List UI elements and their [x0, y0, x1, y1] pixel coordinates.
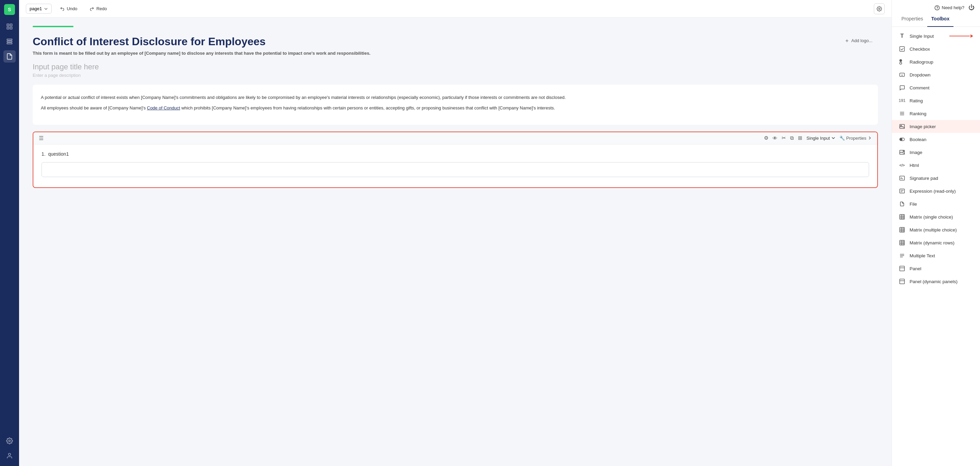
panel-icon	[899, 265, 905, 272]
redo-icon	[89, 6, 94, 11]
svg-rect-2	[7, 27, 9, 29]
sidebar-item-forms[interactable]	[3, 35, 16, 48]
toolbox-item-ranking[interactable]: Ranking	[892, 107, 980, 120]
page-select[interactable]: page1	[26, 4, 52, 14]
visibility-icon[interactable]: 👁	[772, 135, 778, 141]
properties-button[interactable]: 🔧 Properties	[840, 136, 872, 141]
signature-pad-icon	[899, 175, 905, 182]
more-icon[interactable]: ⊞	[798, 135, 802, 141]
svg-rect-5	[7, 41, 12, 42]
right-panel: Need help? ⏻ Properties Toolbox T Single…	[891, 0, 980, 466]
sidebar-item-user[interactable]	[3, 450, 16, 462]
svg-point-25	[903, 151, 904, 152]
radiogroup-icon	[899, 59, 905, 65]
toolbox-item-expression[interactable]: Expression (read-only)	[892, 185, 980, 198]
copy-icon[interactable]: ⧉	[790, 135, 794, 141]
add-logo-button[interactable]: Add logo...	[845, 38, 872, 43]
undo-button[interactable]: Undo	[56, 4, 81, 13]
toolbox-item-matrix-multiple[interactable]: Matrix (multiple choice)	[892, 223, 980, 236]
undo-icon	[60, 6, 65, 11]
help-icon	[934, 5, 940, 11]
drag-handle-icon[interactable]: ☰	[39, 135, 43, 141]
svg-rect-4	[7, 39, 12, 40]
svg-rect-6	[7, 43, 12, 44]
image-picker-icon	[899, 123, 905, 130]
toolbox-item-signature-pad[interactable]: Signature pad	[892, 172, 980, 185]
svg-point-23	[900, 138, 902, 140]
code-of-conduct-link[interactable]: Code of Conduct	[147, 105, 180, 111]
form-subtitle: This form is meant to be filled out by a…	[33, 51, 878, 56]
svg-point-15	[900, 62, 902, 64]
matrix-single-icon	[899, 214, 905, 220]
question-input-box[interactable]	[41, 162, 869, 177]
sidebar-item-documents[interactable]	[3, 50, 16, 63]
toolbox-item-image[interactable]: Image	[892, 146, 980, 159]
toolbox-item-single-input[interactable]: T Single Input	[892, 30, 980, 43]
toolbox-item-comment[interactable]: Comment	[892, 81, 980, 94]
sidebar-item-settings[interactable]	[3, 435, 16, 447]
svg-point-7	[9, 440, 11, 442]
multiple-text-icon	[899, 252, 905, 259]
svg-point-8	[8, 453, 11, 456]
toolbox-item-dropdown[interactable]: Dropdown	[892, 68, 980, 81]
toolbox-item-rating[interactable]: 191 Rating	[892, 94, 980, 107]
svg-rect-12	[900, 47, 904, 51]
plus-icon	[845, 38, 850, 43]
toolbox-item-image-picker[interactable]: Image picker	[892, 120, 980, 133]
content-area: Add logo... Conflict of Interest Disclos…	[19, 18, 891, 466]
svg-point-14	[900, 60, 901, 61]
tab-properties[interactable]: Properties	[897, 11, 927, 27]
svg-rect-26	[900, 176, 904, 180]
toolbox-item-radiogroup[interactable]: Radiogroup	[892, 55, 980, 68]
toolbox-item-panel[interactable]: Panel	[892, 262, 980, 275]
app-logo: S	[4, 4, 15, 15]
toolbox-item-html[interactable]: </> Html	[892, 159, 980, 172]
question-type-label[interactable]: Single Input	[807, 136, 835, 141]
content-paragraph-2: All employees should be aware of [Compan…	[41, 105, 870, 112]
gear-icon	[877, 6, 882, 11]
matrix-dynamic-icon	[899, 239, 905, 246]
toolbox-item-matrix-dynamic[interactable]: Matrix (dynamic rows)	[892, 236, 980, 249]
form-top-indicator	[33, 26, 73, 27]
form-header-area: Add logo... Conflict of Interest Disclos…	[33, 35, 878, 78]
svg-rect-27	[900, 189, 904, 193]
power-button[interactable]: ⏻	[969, 4, 975, 11]
svg-rect-48	[900, 279, 904, 284]
svg-rect-16	[900, 73, 904, 76]
tab-toolbox[interactable]: Toolbox	[927, 11, 953, 27]
top-bar: page1 Undo Redo	[19, 0, 891, 18]
svg-point-9	[878, 8, 880, 10]
boolean-icon	[899, 136, 905, 143]
toolbox-item-panel-dynamic[interactable]: Panel (dynamic panels)	[892, 275, 980, 288]
chevron-down-icon	[44, 7, 48, 11]
svg-rect-1	[10, 24, 12, 26]
right-panel-tabs: Properties Toolbox	[892, 11, 980, 27]
comment-icon	[899, 84, 905, 91]
left-sidebar: S	[0, 0, 19, 466]
rating-icon: 191	[899, 97, 905, 104]
main-area: page1 Undo Redo	[19, 0, 891, 466]
toolbox-item-multiple-text[interactable]: Multiple Text	[892, 249, 980, 262]
toolbox-item-checkbox[interactable]: Checkbox	[892, 43, 980, 55]
redo-button[interactable]: Redo	[86, 4, 111, 13]
expression-icon	[899, 188, 905, 195]
need-help-button[interactable]: Need help?	[934, 5, 965, 11]
settings-circle-icon[interactable]: ⚙	[764, 135, 768, 141]
question-body: 1. question1	[33, 144, 877, 187]
toolbox-item-boolean[interactable]: Boolean	[892, 133, 980, 146]
svg-point-11	[937, 9, 937, 9]
cut-icon[interactable]: ✂	[782, 135, 786, 141]
toolbox-item-file[interactable]: File	[892, 198, 980, 211]
toolbox-item-matrix-single[interactable]: Matrix (single choice)	[892, 211, 980, 223]
page-title-placeholder[interactable]: Input page title here	[33, 63, 878, 71]
svg-rect-46	[900, 266, 904, 271]
page-desc-placeholder[interactable]: Enter a page description	[33, 73, 878, 78]
question-block: ☰ ⚙ 👁 ✂ ⧉ ⊞ Single Input 🔧 Properties	[33, 132, 878, 188]
content-paragraph-1: A potential or actual conflict of intere…	[41, 94, 870, 101]
checkbox-icon	[899, 46, 905, 52]
type-chevron-icon	[831, 136, 835, 140]
svg-rect-3	[10, 27, 12, 29]
sidebar-item-dashboard[interactable]	[3, 21, 16, 33]
settings-gear-button[interactable]	[874, 3, 885, 14]
red-arrow	[950, 34, 973, 38]
